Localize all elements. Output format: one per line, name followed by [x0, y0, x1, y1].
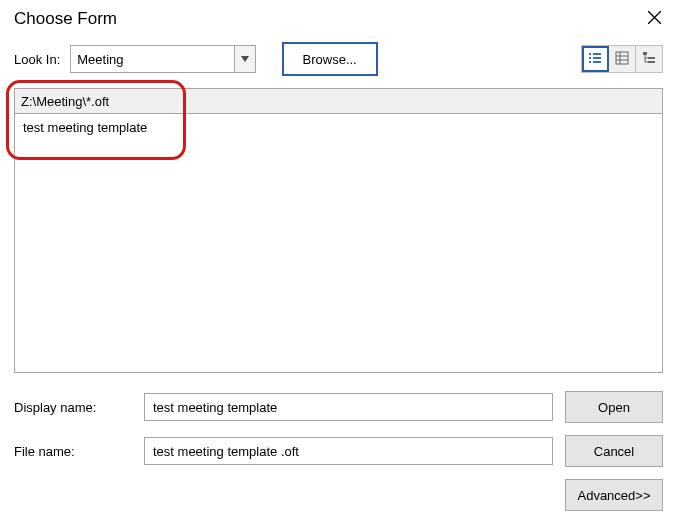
- open-button-label: Open: [598, 400, 630, 415]
- svg-rect-4: [593, 53, 601, 55]
- svg-rect-8: [593, 61, 601, 63]
- cancel-button-label: Cancel: [594, 444, 634, 459]
- tree-view-icon: [642, 51, 656, 68]
- view-tree-button[interactable]: [636, 46, 662, 72]
- svg-rect-3: [589, 53, 591, 55]
- svg-rect-6: [593, 57, 601, 59]
- titlebar: Choose Form: [0, 0, 677, 34]
- svg-rect-9: [616, 52, 628, 64]
- chevron-down-icon: [234, 46, 255, 72]
- look-in-select[interactable]: Meeting: [70, 45, 255, 73]
- svg-rect-7: [589, 61, 591, 63]
- look-in-label: Look In:: [14, 52, 60, 67]
- choose-form-dialog: Choose Form Look In: Meeting Browse...: [0, 0, 677, 523]
- dialog-title: Choose Form: [14, 9, 117, 29]
- file-name-row: File name: Cancel: [14, 435, 663, 467]
- display-name-row: Display name: Open: [14, 391, 663, 423]
- browse-button[interactable]: Browse...: [282, 42, 378, 76]
- bottom-area: Display name: Open File name: Cancel Adv…: [14, 391, 663, 511]
- view-list-button[interactable]: [582, 46, 609, 72]
- view-details-button[interactable]: [609, 46, 636, 72]
- path-bar: Z:\Meeting\*.oft: [14, 88, 663, 114]
- display-name-label: Display name:: [14, 400, 132, 415]
- list-view-icon: [588, 51, 602, 68]
- file-name-label: File name:: [14, 444, 132, 459]
- details-view-icon: [615, 51, 629, 68]
- display-name-input[interactable]: [144, 393, 553, 421]
- close-icon: [648, 9, 661, 29]
- list-item[interactable]: test meeting template: [21, 118, 656, 137]
- view-toggle-group: [581, 45, 663, 73]
- open-button[interactable]: Open: [565, 391, 663, 423]
- advanced-button[interactable]: Advanced>>: [565, 479, 663, 511]
- browse-button-label: Browse...: [303, 52, 357, 67]
- path-text: Z:\Meeting\*.oft: [21, 94, 109, 109]
- dialog-body: Look In: Meeting Browse...: [0, 34, 677, 523]
- cancel-button[interactable]: Cancel: [565, 435, 663, 467]
- close-button[interactable]: [643, 8, 665, 30]
- svg-rect-5: [589, 57, 591, 59]
- svg-rect-15: [648, 61, 655, 63]
- look-in-row: Look In: Meeting Browse...: [14, 42, 663, 76]
- list-item-label: test meeting template: [23, 120, 147, 135]
- svg-rect-13: [643, 52, 647, 55]
- svg-rect-14: [648, 57, 655, 59]
- advanced-row: Advanced>>: [14, 479, 663, 511]
- file-name-input[interactable]: [144, 437, 553, 465]
- advanced-button-label: Advanced>>: [577, 488, 650, 503]
- look-in-value: Meeting: [71, 46, 233, 72]
- svg-marker-2: [241, 56, 249, 62]
- file-list[interactable]: test meeting template: [14, 114, 663, 373]
